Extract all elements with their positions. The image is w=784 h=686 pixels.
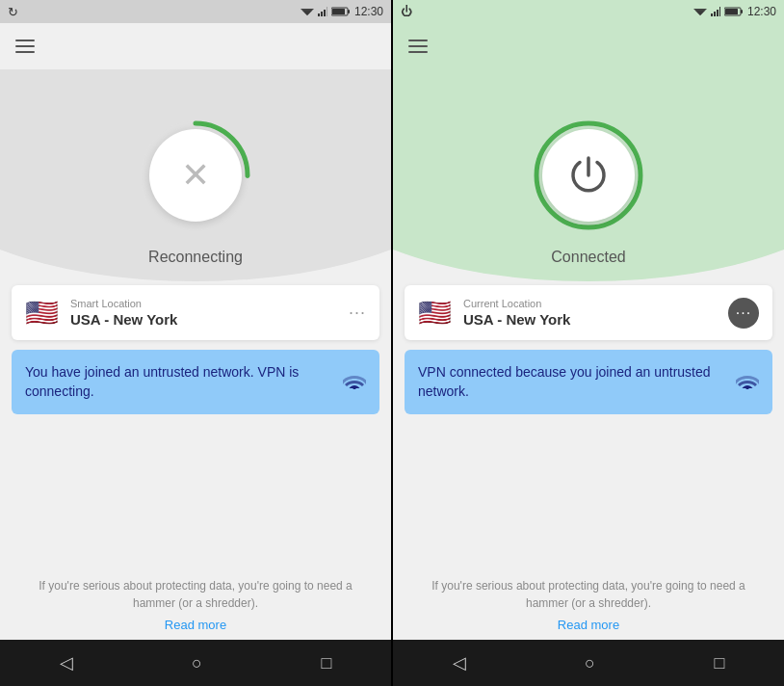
right-battery-status-icon xyxy=(724,7,744,16)
left-bottom-area: If you're serious about protecting data,… xyxy=(0,562,391,640)
left-location-info: Smart Location USA - New York xyxy=(70,298,349,328)
svg-marker-2 xyxy=(304,13,310,15)
right-location-name: USA - New York xyxy=(463,311,728,328)
right-status-text: Connected xyxy=(551,249,625,266)
svg-rect-16 xyxy=(711,13,713,16)
left-phone-screen: ↻ 12:30 xyxy=(0,0,391,686)
right-flag: 🇺🇸 xyxy=(418,297,452,329)
svg-marker-15 xyxy=(697,13,703,15)
left-location-type: Smart Location xyxy=(70,298,349,309)
svg-rect-17 xyxy=(714,12,716,16)
right-location-type: Current Location xyxy=(463,298,728,309)
left-main-content: ✕ Reconnecting 🇺🇸 Smart Location USA - N… xyxy=(0,69,391,562)
svg-rect-21 xyxy=(741,10,743,13)
left-notification-banner: You have joined an untrusted network. VP… xyxy=(12,350,379,414)
left-nav-bar: ◁ ○ □ xyxy=(0,640,391,686)
left-recent-button[interactable]: □ xyxy=(321,653,331,673)
left-home-button[interactable]: ○ xyxy=(192,653,202,673)
right-read-more[interactable]: Read more xyxy=(412,618,765,632)
right-time: 12:30 xyxy=(747,5,776,18)
right-circle-inner xyxy=(542,129,635,222)
x-icon: ✕ xyxy=(181,158,210,193)
left-status-bar: ↻ 12:30 xyxy=(0,0,391,23)
left-menu-button[interactable] xyxy=(15,40,35,53)
right-bottom-text: If you're serious about protecting data,… xyxy=(412,577,765,612)
right-more-icon[interactable]: ··· xyxy=(728,298,759,329)
wifi-status-icon xyxy=(301,7,314,16)
right-location-info: Current Location USA - New York xyxy=(463,298,728,328)
signal-status-icon xyxy=(318,7,327,16)
left-location-name: USA - New York xyxy=(70,311,349,328)
right-nav-bar: ◁ ○ □ xyxy=(393,640,784,686)
svg-rect-18 xyxy=(717,10,719,16)
svg-rect-9 xyxy=(332,9,345,14)
right-location-card[interactable]: 🇺🇸 Current Location USA - New York ··· xyxy=(405,285,772,340)
right-notification-banner: VPN connected because you joined an untr… xyxy=(405,350,772,414)
right-status-bar: ⏻ 12:30 xyxy=(393,0,784,23)
svg-rect-19 xyxy=(719,7,720,16)
right-recent-button[interactable]: □ xyxy=(714,653,724,673)
left-time: 12:30 xyxy=(354,5,383,18)
refresh-icon: ↻ xyxy=(8,5,18,19)
right-wifi-status-icon xyxy=(693,7,707,16)
right-main-content: Connected 🇺🇸 Current Location USA - New … xyxy=(393,69,784,562)
left-more-icon[interactable]: ··· xyxy=(349,303,366,323)
left-wifi-icon xyxy=(343,370,366,395)
svg-rect-6 xyxy=(327,7,327,16)
left-circle-inner: ✕ xyxy=(149,129,242,222)
svg-rect-3 xyxy=(318,13,320,16)
svg-rect-22 xyxy=(725,9,738,14)
right-home-button[interactable]: ○ xyxy=(585,653,595,673)
right-toolbar xyxy=(393,23,784,69)
left-toolbar xyxy=(0,23,391,69)
svg-rect-8 xyxy=(348,10,350,13)
battery-status-icon xyxy=(331,7,351,16)
right-phone-screen: ⏻ 12:30 xyxy=(393,0,784,686)
right-notification-text: VPN connected because you joined an untr… xyxy=(418,363,726,401)
right-bottom-area: If you're serious about protecting data,… xyxy=(393,562,784,640)
power-icon xyxy=(567,154,610,197)
left-flag: 🇺🇸 xyxy=(25,297,59,329)
left-location-card[interactable]: 🇺🇸 Smart Location USA - New York ··· xyxy=(12,285,379,340)
left-circle-container[interactable]: ✕ xyxy=(138,118,253,233)
left-bottom-text: If you're serious about protecting data,… xyxy=(19,577,372,612)
svg-rect-5 xyxy=(324,10,326,16)
power-status-icon: ⏻ xyxy=(401,5,412,18)
left-back-button[interactable]: ◁ xyxy=(60,652,73,673)
right-menu-button[interactable] xyxy=(408,40,428,53)
left-read-more[interactable]: Read more xyxy=(19,618,372,632)
left-notification-text: You have joined an untrusted network. VP… xyxy=(25,363,333,401)
right-wifi-icon xyxy=(736,370,759,395)
svg-rect-4 xyxy=(321,12,323,16)
right-signal-status-icon xyxy=(711,7,720,16)
right-back-button[interactable]: ◁ xyxy=(453,652,466,673)
left-status-text: Reconnecting xyxy=(148,249,243,266)
right-circle-container[interactable] xyxy=(531,118,646,233)
